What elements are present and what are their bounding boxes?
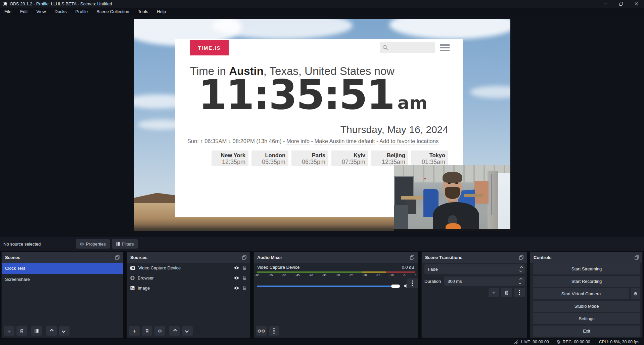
scene-item-screenshare[interactable]: Screenshare bbox=[2, 274, 123, 285]
city-paris[interactable]: Paris06:35pm bbox=[291, 150, 328, 166]
menu-view[interactable]: View bbox=[32, 8, 50, 15]
transition-select-spinner[interactable] bbox=[517, 264, 525, 274]
popout-icon[interactable] bbox=[115, 255, 120, 260]
properties-button[interactable]: ⚙ Properties bbox=[76, 239, 110, 249]
kebab-icon bbox=[519, 290, 520, 296]
clock-digits: 11:35:51 bbox=[198, 71, 394, 119]
eye-icon[interactable] bbox=[234, 276, 239, 280]
gear-icon: ⚙ bbox=[158, 329, 162, 333]
titlebar: OBS 29.1.2 - Profile: LLHLS BETA - Scene… bbox=[0, 0, 644, 8]
kebab-icon bbox=[412, 281, 413, 286]
add-scene-button[interactable]: + bbox=[4, 326, 14, 336]
move-scene-down-button[interactable] bbox=[59, 326, 70, 336]
filters-button[interactable]: Filters bbox=[112, 239, 138, 249]
lock-icon[interactable] bbox=[242, 275, 246, 280]
menu-file[interactable]: File bbox=[0, 8, 16, 15]
timeis-clock: 11:35:51am bbox=[175, 74, 451, 115]
chevron-up-icon bbox=[173, 329, 177, 333]
mixer-menu-button[interactable] bbox=[269, 326, 279, 336]
sources-panel: Sources Video Capture Device Browser Ima… bbox=[127, 252, 250, 338]
source-row-image[interactable]: Image bbox=[127, 283, 250, 293]
close-button[interactable] bbox=[629, 0, 644, 8]
make-default-link[interactable]: Make Austin time default bbox=[315, 138, 375, 144]
hamburger-menu-icon[interactable] bbox=[440, 44, 450, 51]
timeis-sun-line: Sun: ↑ 06:35AM ↓ 08:20PM (13h 46m) - Mor… bbox=[175, 138, 451, 144]
city-beijing[interactable]: Beijing12:35am bbox=[371, 150, 408, 166]
scene-item-clock-test[interactable]: Clock Test bbox=[2, 263, 123, 274]
webcam-overlay[interactable] bbox=[394, 165, 510, 231]
scene-transitions-title: Scene Transitions bbox=[425, 255, 462, 260]
remove-scene-button[interactable] bbox=[16, 326, 27, 336]
city-london[interactable]: London05:35pm bbox=[251, 150, 288, 166]
transition-select[interactable]: Fade bbox=[424, 264, 525, 274]
timeis-search-input[interactable] bbox=[380, 42, 435, 53]
lock-icon[interactable] bbox=[242, 286, 246, 290]
preview-area: TIME.IS Time in Austin, Texas, United St… bbox=[0, 15, 644, 237]
popout-icon[interactable] bbox=[519, 255, 523, 260]
audio-mixer-title: Audio Mixer bbox=[257, 255, 282, 260]
source-row-video-capture[interactable]: Video Capture Device bbox=[127, 263, 250, 273]
search-icon bbox=[382, 45, 388, 50]
program-canvas[interactable]: TIME.IS Time in Austin, Texas, United St… bbox=[134, 19, 510, 231]
remove-transition-button[interactable] bbox=[501, 288, 512, 297]
restore-button[interactable] bbox=[613, 0, 629, 8]
menu-scene-collection[interactable]: Scene Collection bbox=[92, 8, 134, 15]
camera-icon bbox=[130, 266, 135, 270]
volume-slider-track[interactable] bbox=[257, 286, 391, 287]
menu-edit[interactable]: Edit bbox=[16, 8, 32, 15]
mixer-channel-label: Video Capture Device bbox=[257, 265, 300, 270]
volume-slider-handle[interactable] bbox=[391, 285, 400, 288]
menu-docks[interactable]: Docks bbox=[50, 8, 71, 15]
live-status: LIVE: 00:00:00 bbox=[513, 340, 549, 344]
timeis-logo[interactable]: TIME.IS bbox=[190, 40, 229, 55]
city-tokyo[interactable]: Tokyo01:35am bbox=[411, 150, 448, 166]
virtual-camera-settings-button[interactable]: ⚙ bbox=[631, 288, 640, 299]
city-new-york[interactable]: New York12:35pm bbox=[212, 150, 248, 166]
add-favorite-link[interactable]: Add to favorite locations bbox=[379, 138, 439, 144]
volume-slider[interactable] bbox=[257, 281, 415, 291]
popout-icon[interactable] bbox=[410, 255, 414, 260]
eye-icon[interactable] bbox=[234, 286, 239, 290]
city-kyiv[interactable]: Kyiv07:35pm bbox=[331, 150, 368, 166]
mixer-options-button[interactable] bbox=[407, 278, 418, 288]
volume-meter-scale: -60-55-50-45-40-35-30-25-20-15-10-50 bbox=[255, 273, 416, 277]
popout-icon[interactable] bbox=[635, 255, 639, 260]
transition-options-button[interactable] bbox=[514, 288, 525, 297]
exit-button[interactable]: Exit bbox=[533, 326, 640, 337]
add-transition-button[interactable]: + bbox=[489, 288, 499, 297]
menu-help[interactable]: Help bbox=[152, 8, 170, 15]
move-source-up-button[interactable] bbox=[169, 326, 180, 336]
lock-icon[interactable] bbox=[242, 265, 246, 270]
volume-meter bbox=[257, 271, 415, 273]
chevron-down-icon bbox=[185, 329, 189, 333]
eye-icon[interactable] bbox=[234, 266, 239, 270]
source-row-browser[interactable]: Browser bbox=[127, 273, 250, 283]
settings-button[interactable]: Settings bbox=[533, 313, 640, 324]
popout-icon[interactable] bbox=[242, 255, 246, 260]
timeis-date: Thursday, May 16, 2024 bbox=[340, 124, 448, 135]
minimize-button[interactable] bbox=[598, 0, 613, 8]
menubar: File Edit View Docks Profile Scene Colle… bbox=[0, 8, 644, 15]
chevron-down-icon bbox=[62, 329, 65, 333]
advanced-audio-button[interactable]: ⚙⚙ bbox=[256, 326, 267, 336]
start-virtual-camera-button[interactable]: Start Virtual Camera bbox=[533, 288, 629, 299]
source-properties-button[interactable]: ⚙ bbox=[154, 326, 165, 336]
menu-tools[interactable]: Tools bbox=[134, 8, 152, 15]
remove-source-button[interactable] bbox=[142, 326, 152, 336]
window-title: OBS 29.1.2 - Profile: LLHLS BETA - Scene… bbox=[10, 1, 112, 6]
add-source-button[interactable]: + bbox=[129, 326, 140, 336]
duration-spinner[interactable] bbox=[517, 278, 525, 284]
start-streaming-button[interactable]: Start Streaming bbox=[533, 263, 640, 274]
scene-filters-button[interactable] bbox=[31, 326, 42, 336]
gear-icon: ⚙ bbox=[80, 242, 84, 246]
record-inactive-icon bbox=[556, 340, 561, 344]
menu-profile[interactable]: Profile bbox=[71, 8, 92, 15]
duration-spinbox[interactable]: 300 ms bbox=[444, 276, 525, 286]
move-source-down-button[interactable] bbox=[182, 326, 193, 336]
chevron-up-icon bbox=[50, 329, 54, 333]
move-scene-up-button[interactable] bbox=[46, 326, 57, 336]
studio-mode-button[interactable]: Studio Mode bbox=[533, 301, 640, 312]
more-info-link[interactable]: More info bbox=[286, 138, 310, 144]
start-recording-button[interactable]: Start Recording bbox=[533, 276, 640, 287]
obs-window: OBS 29.1.2 - Profile: LLHLS BETA - Scene… bbox=[0, 0, 644, 345]
